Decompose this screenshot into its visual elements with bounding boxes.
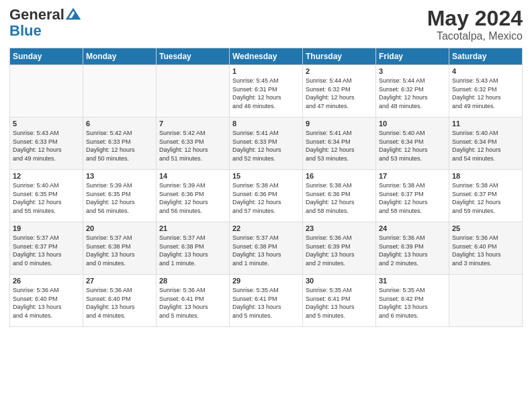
day-number: 19	[13, 224, 80, 232]
cell-info: Sunrise: 5:45 AM Sunset: 6:31 PM Dayligh…	[232, 77, 300, 110]
logo-icon	[66, 8, 81, 20]
cell-info: Sunrise: 5:38 AM Sunset: 6:36 PM Dayligh…	[232, 181, 300, 215]
day-number: 14	[159, 172, 226, 180]
cell-info: Sunrise: 5:38 AM Sunset: 6:37 PM Dayligh…	[379, 181, 446, 215]
table-row: 10Sunrise: 5:40 AM Sunset: 6:34 PM Dayli…	[376, 118, 449, 170]
col-thursday: Thursday	[303, 48, 376, 65]
cell-info: Sunrise: 5:36 AM Sunset: 6:40 PM Dayligh…	[452, 234, 519, 267]
cell-info: Sunrise: 5:44 AM Sunset: 6:32 PM Dayligh…	[379, 77, 446, 110]
day-number: 9	[306, 120, 373, 128]
day-number: 24	[379, 224, 446, 232]
day-number: 15	[232, 172, 300, 180]
table-row	[157, 65, 230, 118]
day-number: 3	[379, 67, 446, 75]
table-row: 12Sunrise: 5:40 AM Sunset: 6:35 PM Dayli…	[10, 170, 83, 222]
logo: General Blue	[9, 7, 81, 39]
logo-blue: Blue	[9, 23, 81, 39]
table-row: 2Sunrise: 5:44 AM Sunset: 6:32 PM Daylig…	[303, 65, 376, 118]
table-row: 28Sunrise: 5:36 AM Sunset: 6:41 PM Dayli…	[157, 275, 230, 327]
table-row: 3Sunrise: 5:44 AM Sunset: 6:32 PM Daylig…	[376, 65, 449, 118]
cell-info: Sunrise: 5:35 AM Sunset: 6:41 PM Dayligh…	[232, 286, 300, 320]
day-number: 22	[232, 224, 300, 232]
day-number: 2	[306, 67, 373, 75]
day-number: 29	[232, 277, 300, 285]
cell-info: Sunrise: 5:39 AM Sunset: 6:36 PM Dayligh…	[159, 181, 226, 215]
table-row: 29Sunrise: 5:35 AM Sunset: 6:41 PM Dayli…	[230, 275, 303, 327]
table-row: 20Sunrise: 5:37 AM Sunset: 6:38 PM Dayli…	[83, 222, 157, 275]
cell-info: Sunrise: 5:35 AM Sunset: 6:42 PM Dayligh…	[379, 286, 446, 320]
col-wednesday: Wednesday	[230, 48, 303, 65]
cell-info: Sunrise: 5:37 AM Sunset: 6:38 PM Dayligh…	[86, 234, 153, 267]
table-row: 9Sunrise: 5:41 AM Sunset: 6:34 PM Daylig…	[303, 118, 376, 170]
day-number: 4	[452, 67, 519, 75]
table-row: 13Sunrise: 5:39 AM Sunset: 6:35 PM Dayli…	[83, 170, 157, 222]
day-number: 5	[13, 120, 80, 128]
cell-info: Sunrise: 5:40 AM Sunset: 6:34 PM Dayligh…	[379, 129, 446, 163]
table-row: 27Sunrise: 5:36 AM Sunset: 6:40 PM Dayli…	[83, 275, 157, 327]
cell-info: Sunrise: 5:40 AM Sunset: 6:34 PM Dayligh…	[452, 129, 519, 163]
col-monday: Monday	[83, 48, 157, 65]
day-number: 26	[13, 277, 80, 285]
cell-info: Sunrise: 5:37 AM Sunset: 6:37 PM Dayligh…	[13, 234, 80, 267]
col-friday: Friday	[376, 48, 449, 65]
cell-info: Sunrise: 5:43 AM Sunset: 6:33 PM Dayligh…	[13, 129, 80, 163]
table-row	[449, 275, 523, 327]
cell-info: Sunrise: 5:36 AM Sunset: 6:39 PM Dayligh…	[379, 234, 446, 267]
day-number: 30	[306, 277, 373, 285]
day-number: 28	[159, 277, 226, 285]
day-number: 21	[159, 224, 226, 232]
cell-info: Sunrise: 5:39 AM Sunset: 6:35 PM Dayligh…	[86, 181, 153, 215]
table-row: 11Sunrise: 5:40 AM Sunset: 6:34 PM Dayli…	[449, 118, 523, 170]
cell-info: Sunrise: 5:42 AM Sunset: 6:33 PM Dayligh…	[86, 129, 153, 163]
cell-info: Sunrise: 5:36 AM Sunset: 6:40 PM Dayligh…	[13, 286, 80, 320]
table-row: 21Sunrise: 5:37 AM Sunset: 6:38 PM Dayli…	[157, 222, 230, 275]
day-number: 23	[306, 224, 373, 232]
day-number: 13	[86, 172, 153, 180]
calendar-table: Sunday Monday Tuesday Wednesday Thursday…	[9, 48, 523, 327]
table-row: 19Sunrise: 5:37 AM Sunset: 6:37 PM Dayli…	[10, 222, 83, 275]
header: General Blue May 2024 Tacotalpa, Mexico	[9, 7, 523, 42]
day-number: 7	[159, 120, 226, 128]
table-row: 6Sunrise: 5:42 AM Sunset: 6:33 PM Daylig…	[83, 118, 157, 170]
day-number: 11	[452, 120, 519, 128]
table-row: 15Sunrise: 5:38 AM Sunset: 6:36 PM Dayli…	[230, 170, 303, 222]
table-row	[10, 65, 83, 118]
cell-info: Sunrise: 5:40 AM Sunset: 6:35 PM Dayligh…	[13, 181, 80, 215]
col-tuesday: Tuesday	[157, 48, 230, 65]
table-row: 7Sunrise: 5:42 AM Sunset: 6:33 PM Daylig…	[157, 118, 230, 170]
cell-info: Sunrise: 5:36 AM Sunset: 6:40 PM Dayligh…	[86, 286, 153, 320]
table-row: 23Sunrise: 5:36 AM Sunset: 6:39 PM Dayli…	[303, 222, 376, 275]
cell-info: Sunrise: 5:37 AM Sunset: 6:38 PM Dayligh…	[232, 234, 300, 267]
month-title: May 2024	[427, 7, 523, 30]
day-number: 6	[86, 120, 153, 128]
day-number: 31	[379, 277, 446, 285]
day-number: 25	[452, 224, 519, 232]
day-number: 10	[379, 120, 446, 128]
table-row: 4Sunrise: 5:43 AM Sunset: 6:32 PM Daylig…	[449, 65, 523, 118]
main-container: General Blue May 2024 Tacotalpa, Mexico …	[0, 0, 532, 334]
day-number: 27	[86, 277, 153, 285]
cell-info: Sunrise: 5:41 AM Sunset: 6:33 PM Dayligh…	[232, 129, 300, 163]
table-row: 31Sunrise: 5:35 AM Sunset: 6:42 PM Dayli…	[376, 275, 449, 327]
location-title: Tacotalpa, Mexico	[427, 30, 523, 42]
day-number: 12	[13, 172, 80, 180]
table-row: 8Sunrise: 5:41 AM Sunset: 6:33 PM Daylig…	[230, 118, 303, 170]
cell-info: Sunrise: 5:44 AM Sunset: 6:32 PM Dayligh…	[306, 77, 373, 110]
cell-info: Sunrise: 5:43 AM Sunset: 6:32 PM Dayligh…	[452, 77, 519, 110]
table-row: 25Sunrise: 5:36 AM Sunset: 6:40 PM Dayli…	[449, 222, 523, 275]
day-number: 16	[306, 172, 373, 180]
day-number: 20	[86, 224, 153, 232]
cell-info: Sunrise: 5:37 AM Sunset: 6:38 PM Dayligh…	[159, 234, 226, 267]
day-number: 8	[232, 120, 300, 128]
title-block: May 2024 Tacotalpa, Mexico	[427, 7, 523, 42]
day-number: 18	[452, 172, 519, 180]
table-row: 17Sunrise: 5:38 AM Sunset: 6:37 PM Dayli…	[376, 170, 449, 222]
day-number: 1	[232, 67, 300, 75]
col-sunday: Sunday	[10, 48, 83, 65]
table-row: 5Sunrise: 5:43 AM Sunset: 6:33 PM Daylig…	[10, 118, 83, 170]
table-row: 24Sunrise: 5:36 AM Sunset: 6:39 PM Dayli…	[376, 222, 449, 275]
table-row	[83, 65, 157, 118]
cell-info: Sunrise: 5:42 AM Sunset: 6:33 PM Dayligh…	[159, 129, 226, 163]
table-row: 1Sunrise: 5:45 AM Sunset: 6:31 PM Daylig…	[230, 65, 303, 118]
cell-info: Sunrise: 5:35 AM Sunset: 6:41 PM Dayligh…	[306, 286, 373, 320]
